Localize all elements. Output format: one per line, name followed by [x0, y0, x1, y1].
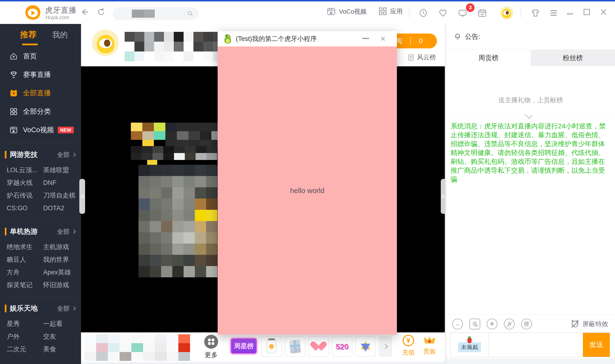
sidebar-item-esports[interactable]: 赛事直播 [0, 65, 81, 84]
game-item[interactable]: CS:GO [7, 202, 43, 215]
rank-list-icon [407, 54, 415, 61]
chat-message-input[interactable] [489, 333, 583, 357]
game-item[interactable]: 主机游戏 [43, 241, 80, 253]
meme-label: 梗 [524, 320, 529, 328]
gift-item-milk[interactable] [261, 336, 282, 357]
tab-fans[interactable]: 粉丝榜 [531, 50, 615, 66]
close-button[interactable] [598, 7, 609, 17]
noble-button[interactable]: 贵族 [421, 335, 438, 356]
game-item[interactable]: 怀旧游戏 [43, 279, 80, 291]
game-item[interactable]: 绝地求生 [7, 241, 43, 253]
divider [409, 8, 409, 18]
section-all-link[interactable]: 全部 [57, 228, 69, 236]
block-effects-label: 屏蔽特效 [582, 320, 608, 328]
game-item[interactable]: 探灵笔记 [7, 279, 43, 291]
gift-item-heart[interactable] [308, 336, 329, 357]
censored-search-text [144, 10, 155, 18]
game-item[interactable]: LOL云顶... [7, 164, 43, 177]
maximize-button[interactable] [581, 7, 592, 17]
game-item[interactable]: 二次元 [7, 343, 43, 356]
section-all-link[interactable]: 全部 [57, 151, 69, 159]
user-avatar[interactable] [500, 6, 513, 20]
censored-overlay [131, 123, 223, 148]
tab-weekly-contribution[interactable]: 周贡榜 [446, 50, 531, 66]
sidebar-item-voco-video[interactable]: VoCo视频 NEW [0, 121, 81, 139]
game-item[interactable]: DNF [43, 177, 80, 189]
subscribe-count: 0 [419, 37, 423, 45]
apps-label: 应用 [390, 7, 403, 15]
sidebar-item-home[interactable]: 首页 [0, 47, 81, 65]
game-list: 绝地求生 主机游戏 糖豆人 我的世界 方舟 Apex英雄 探灵笔记 怀旧游戏 [0, 238, 81, 293]
font-letter: A [507, 321, 511, 327]
sidebar-item-label: 全部直播 [23, 88, 51, 98]
week-star-rank-button[interactable]: 周星榜 [231, 338, 257, 354]
room-bottom-toolbar: 更多 周星榜 520 ¥ 充值 贵族 [81, 332, 445, 362]
game-item[interactable]: 英雄联盟 [43, 164, 80, 177]
trophy-icon [9, 70, 18, 79]
game-item[interactable]: 一起看 [43, 318, 80, 330]
section-all-link[interactable]: 全部 [57, 304, 69, 313]
tab-recommended[interactable]: 推荐 [20, 29, 36, 40]
back-button[interactable] [78, 6, 91, 18]
search-input[interactable] [113, 7, 199, 20]
font-style-button[interactable]: A [504, 318, 515, 329]
sticker-button[interactable] [487, 318, 497, 329]
refresh-button[interactable] [95, 6, 107, 18]
game-item[interactable]: 交友 [43, 330, 80, 343]
game-item[interactable]: 穿越火线 [7, 177, 43, 189]
heart-icon [438, 8, 448, 18]
game-item[interactable]: 星秀 [7, 318, 43, 330]
history-button[interactable] [417, 7, 429, 19]
sidebar-item-all-categories[interactable]: 全部分类 [0, 102, 81, 121]
mini-program-titlebar[interactable]: (Test)我的第二个虎牙小程序 × [218, 31, 397, 46]
quick-chat-button[interactable] [469, 318, 480, 329]
voco-video-icon [9, 126, 18, 135]
block-effects-toggle[interactable]: 屏蔽特效 [570, 318, 608, 330]
gift-scroll-next-button[interactable] [379, 336, 392, 357]
minimize-button[interactable] [565, 7, 575, 17]
apps-button[interactable]: 应用 [378, 7, 403, 16]
meme-button[interactable]: 梗 [521, 318, 532, 329]
send-label: 发送 [589, 340, 603, 350]
section-title: 娱乐天地 [10, 304, 57, 313]
send-button[interactable]: 发送 [583, 333, 610, 357]
shirt-icon [531, 8, 540, 18]
game-item[interactable]: 刀塔自走棋 [43, 189, 80, 202]
menu-button[interactable] [548, 7, 560, 19]
censored-screen-content [138, 165, 217, 277]
game-item[interactable]: 糖豆人 [7, 253, 43, 266]
game-item[interactable]: 美食 [43, 343, 80, 356]
collapse-right-handle[interactable] [441, 179, 446, 214]
game-item[interactable]: 方舟 [7, 266, 43, 279]
recharge-button[interactable]: ¥ 充值 [400, 335, 417, 357]
chat-input-row: 未佩戴 发送 [450, 332, 610, 357]
emoji-button[interactable] [452, 318, 463, 329]
game-item[interactable]: 户外 [7, 330, 43, 343]
more-button[interactable] [204, 335, 218, 349]
smiley-icon [454, 320, 461, 328]
section-title: 单机热游 [10, 227, 57, 236]
calendar-button[interactable] [476, 7, 488, 19]
wind-cloud-rank-link[interactable]: 风云榜 [407, 53, 436, 62]
gift-item-520[interactable]: 520 [332, 336, 352, 357]
favorites-button[interactable] [437, 7, 449, 19]
game-item[interactable]: 我的世界 [43, 253, 80, 266]
streamer-avatar[interactable] [92, 29, 119, 56]
voco-video-button[interactable]: VoCo视频 [326, 7, 367, 16]
gift-item-silver[interactable] [285, 336, 305, 357]
badge-not-worn-label: 未佩戴 [458, 342, 481, 352]
fan-badge-selector[interactable]: 未佩戴 [451, 333, 489, 357]
noble-label: 贵族 [421, 347, 438, 356]
dress-up-button[interactable] [529, 7, 542, 19]
sidebar-item-all-live[interactable]: 全部直播 [0, 84, 81, 102]
collapse-left-handle[interactable] [79, 179, 85, 214]
game-item[interactable]: 炉石传说 [7, 189, 43, 202]
chevron-down-icon[interactable] [525, 111, 532, 119]
mini-program-minimize-button[interactable] [362, 38, 369, 39]
game-item[interactable]: Apex英雄 [43, 266, 80, 279]
gift-item-star[interactable] [355, 336, 376, 357]
strawberry-badge-icon [464, 338, 475, 344]
tab-mine[interactable]: 我的 [52, 30, 67, 40]
game-item[interactable]: DOTA2 [43, 202, 80, 215]
mini-program-close-button[interactable]: × [379, 35, 387, 43]
